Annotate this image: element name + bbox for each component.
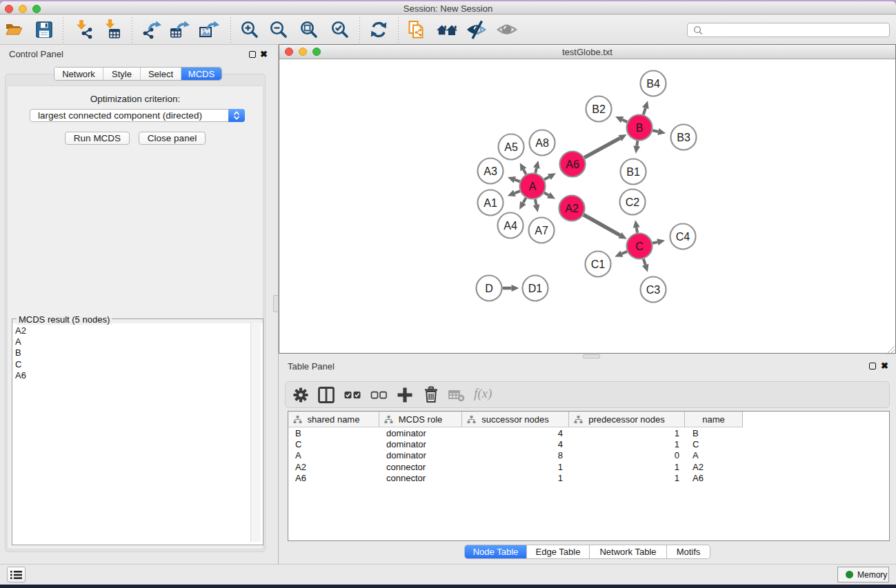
svg-text:B1: B1 <box>626 166 640 178</box>
svg-text:D: D <box>485 283 493 294</box>
svg-text:C4: C4 <box>676 231 690 243</box>
svg-text:A7: A7 <box>535 225 548 236</box>
svg-text:A6: A6 <box>566 159 579 170</box>
svg-text:B: B <box>636 122 644 134</box>
svg-text:C: C <box>635 241 644 252</box>
svg-text:B2: B2 <box>592 103 606 115</box>
svg-text:C3: C3 <box>646 284 661 296</box>
svg-text:A4: A4 <box>504 220 517 232</box>
svg-text:D1: D1 <box>528 283 543 294</box>
svg-text:A: A <box>529 181 537 192</box>
svg-text:A2: A2 <box>565 203 579 214</box>
svg-text:C2: C2 <box>626 196 640 208</box>
svg-text:A8: A8 <box>535 137 549 149</box>
svg-text:A3: A3 <box>484 165 497 177</box>
svg-text:A5: A5 <box>504 141 518 153</box>
svg-text:B4: B4 <box>646 78 660 90</box>
svg-text:C1: C1 <box>591 258 606 270</box>
svg-text:A1: A1 <box>484 197 497 209</box>
svg-text:B3: B3 <box>677 132 690 143</box>
